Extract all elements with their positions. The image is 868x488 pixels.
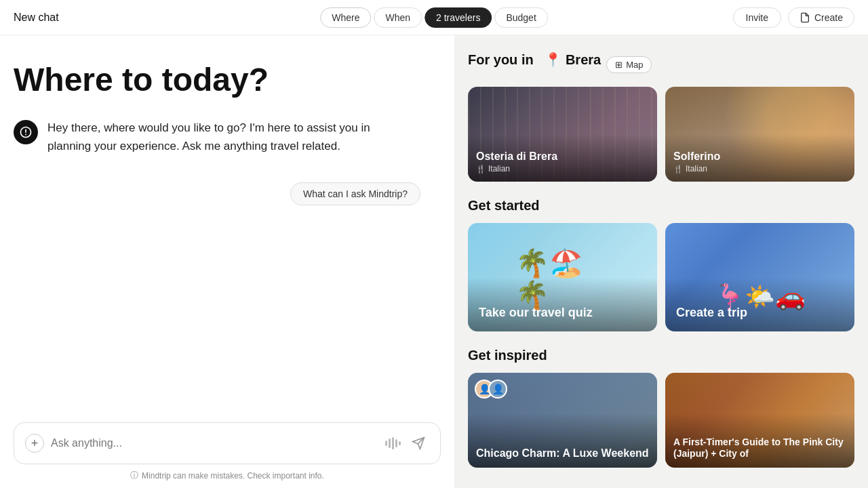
chat-input[interactable]: [51, 437, 378, 449]
ai-message: Hey there, where would you like to go? I…: [14, 119, 434, 155]
get-started-cards-row: Take our travel quiz Create a trip: [468, 223, 854, 331]
chicago-avatar-stack: 👤 👤: [475, 380, 502, 399]
ai-text: Hey there, where would you like to go? I…: [47, 119, 373, 155]
for-you-section-header: For you in 📍 Brera ⊞ Map: [468, 52, 854, 77]
card-create-trip-name: Create a trip: [676, 306, 846, 321]
chat-content: Where to today? Hey there, where would y…: [0, 35, 454, 415]
card-jaipur-name: A First-Timer's Guide to The Pink City (…: [673, 436, 846, 460]
nav-where[interactable]: Where: [320, 7, 371, 28]
voice-input-button[interactable]: [385, 437, 401, 449]
card-solferino-sub: 🍴 Italian: [673, 164, 846, 174]
avatar-2: 👤: [488, 380, 507, 399]
location-icon: 📍: [545, 52, 561, 67]
get-started-title: Get started: [468, 198, 854, 214]
card-osteria[interactable]: Osteria di Brera 🍴 Italian: [468, 87, 657, 182]
card-solferino[interactable]: Solferino 🍴 Italian: [665, 87, 854, 182]
map-button[interactable]: ⊞ Map: [606, 56, 652, 73]
inspired-cards-row: 👤 👤 Chicago Charm: A Luxe Weekend A Firs…: [468, 373, 854, 468]
fork-icon-2: 🍴: [673, 165, 683, 174]
card-quiz-label: Take our travel quiz: [479, 306, 649, 321]
new-chat-title: New chat: [14, 12, 59, 24]
card-osteria-sub: 🍴 Italian: [476, 164, 649, 174]
chat-bottom: +: [0, 415, 454, 488]
card-create-trip-label: Create a trip: [676, 306, 846, 321]
disclaimer: ⓘ Mindtrip can make mistakes. Check impo…: [14, 470, 441, 481]
ai-avatar: [14, 120, 38, 144]
card-solferino-label: Solferino 🍴 Italian: [673, 150, 846, 174]
card-chicago[interactable]: 👤 👤 Chicago Charm: A Luxe Weekend: [468, 373, 657, 468]
main-layout: Where to today? Hey there, where would y…: [0, 35, 868, 488]
nav-when[interactable]: When: [374, 7, 422, 28]
card-jaipur-label: A First-Timer's Guide to The Pink City (…: [673, 436, 846, 460]
for-you-label: For you in 📍 Brera: [468, 52, 601, 68]
header-left: New chat: [14, 12, 59, 24]
invite-button[interactable]: Invite: [733, 7, 781, 28]
page-heading: Where to today?: [14, 62, 434, 98]
card-osteria-name: Osteria di Brera: [476, 150, 649, 163]
left-panel: Where to today? Hey there, where would y…: [0, 35, 454, 488]
nav-budget[interactable]: Budget: [494, 7, 547, 28]
get-inspired-title: Get inspired: [468, 348, 854, 363]
input-icons: [385, 432, 429, 454]
create-button[interactable]: Create: [788, 7, 854, 28]
card-quiz-name: Take our travel quiz: [479, 306, 649, 321]
card-osteria-label: Osteria di Brera 🍴 Italian: [476, 150, 649, 174]
restaurant-cards-row: Osteria di Brera 🍴 Italian Solferino 🍴 I…: [468, 87, 854, 182]
nav-travelers[interactable]: 2 travelers: [425, 7, 492, 28]
right-panel: For you in 📍 Brera ⊞ Map Osteria di Brer…: [454, 35, 868, 488]
header-right: Invite Create: [733, 7, 855, 28]
card-chicago-name: Chicago Charm: A Luxe Weekend: [476, 447, 649, 460]
create-label: Create: [814, 12, 843, 23]
mindtrip-icon: [19, 125, 33, 139]
fork-icon: 🍴: [476, 165, 486, 174]
card-jaipur[interactable]: A First-Timer's Guide to The Pink City (…: [665, 373, 854, 468]
map-grid-icon: ⊞: [615, 60, 623, 70]
send-icon: [412, 436, 425, 450]
header: New chat Where When 2 travelers Budget I…: [0, 0, 868, 35]
input-box: +: [14, 422, 441, 464]
document-icon: [800, 12, 810, 23]
info-icon: ⓘ: [130, 470, 138, 481]
suggestion-chip[interactable]: What can I ask Mindtrip?: [290, 182, 420, 205]
send-button[interactable]: [408, 432, 429, 454]
card-chicago-label: Chicago Charm: A Luxe Weekend: [476, 447, 649, 460]
card-create-trip[interactable]: Create a trip: [665, 223, 854, 331]
card-travel-quiz[interactable]: Take our travel quiz: [468, 223, 657, 331]
header-nav: Where When 2 travelers Budget: [320, 7, 548, 28]
add-attachment-button[interactable]: +: [25, 434, 44, 453]
card-solferino-name: Solferino: [673, 150, 846, 163]
